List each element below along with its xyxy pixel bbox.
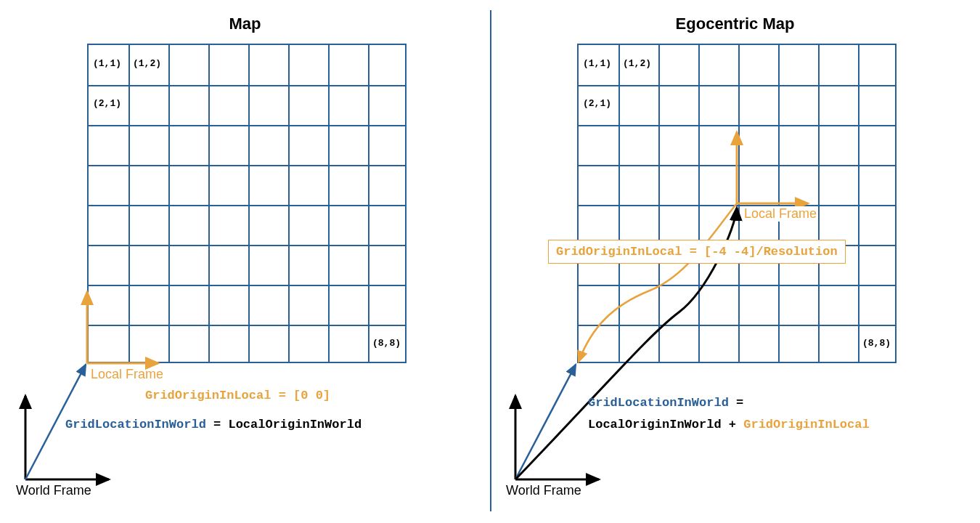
right-grid: (1,1) (1,2) (2,1) (8,8) <box>577 44 897 363</box>
left-grid-origin-formula: GridOriginInLocal = [0 0] <box>145 389 330 402</box>
right-cell-11: (1,1) <box>583 58 611 69</box>
right-gridorigin-term: GridOriginInLocal <box>743 418 869 431</box>
right-cell-88: (8,8) <box>862 338 891 349</box>
left-title: Map <box>0 15 490 33</box>
right-cell-12: (1,2) <box>623 58 651 69</box>
right-equals: = <box>729 396 743 410</box>
left-cell-12: (1,2) <box>133 58 161 69</box>
left-gridloc-term: GridLocationInWorld <box>65 418 206 431</box>
diagram-container: Map (1,1) (1,2) (2,1) (8,8) <box>0 0 980 523</box>
left-world-frame-label: World Frame <box>16 483 91 498</box>
left-grid-loc-formula: GridLocationInWorld = LocalOriginInWorld <box>65 418 362 431</box>
right-grid-loc-formula-line1: GridLocationInWorld = <box>588 396 743 410</box>
right-grid-origin-box: GridOriginInLocal = [-4 -4]/Resolution <box>548 240 846 264</box>
right-title: Egocentric Map <box>490 15 980 33</box>
right-gridloc-term: GridLocationInWorld <box>588 396 729 410</box>
left-cell-88: (8,8) <box>372 338 401 349</box>
left-local-frame-label: Local Frame <box>91 367 163 382</box>
right-local-frame-label: Local Frame <box>743 206 818 222</box>
left-equals: = <box>206 418 229 431</box>
right-panel: Egocentric Map (1,1) (1,2) (2,1) (8,8) <box>490 0 980 523</box>
right-grid-location-arrow <box>515 365 576 479</box>
left-localorigin-term: LocalOriginInWorld <box>228 418 362 431</box>
left-cell-21: (2,1) <box>93 98 121 109</box>
right-localorigin-term: LocalOriginInWorld <box>588 418 722 431</box>
left-cell-11: (1,1) <box>93 58 121 69</box>
left-panel: Map (1,1) (1,2) (2,1) (8,8) <box>0 0 490 523</box>
right-cell-21: (2,1) <box>583 98 611 109</box>
left-grid: (1,1) (1,2) (2,1) (8,8) <box>87 44 407 363</box>
right-grid-loc-formula-line2: LocalOriginInWorld + GridOriginInLocal <box>588 418 870 431</box>
right-plus: + <box>722 418 744 431</box>
right-world-frame-label: World Frame <box>506 483 581 498</box>
